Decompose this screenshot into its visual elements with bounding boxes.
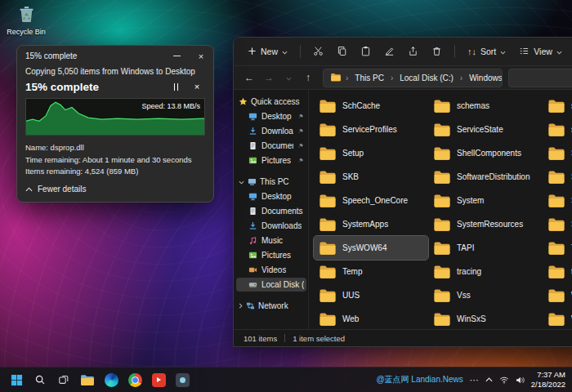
folder-item[interactable]: WinSxS [428,307,543,329]
recent-locations-button[interactable] [279,69,297,87]
chevron-down-icon [286,72,292,83]
folder-item[interactable]: ShellComponents [428,141,543,165]
sidebar-item-desktop[interactable]: Desktop [236,109,306,123]
search-input[interactable] [508,69,572,87]
folder-item[interactable]: twain_32 [543,260,572,283]
breadcrumb-item[interactable]: Windows [467,73,503,83]
folder-item[interactable]: UUS [314,283,428,307]
folder-item[interactable]: SysWOW64 [314,236,428,260]
share-button[interactable] [402,42,424,62]
dialog-title: 15% complete [25,51,77,60]
file-explorer-icon [80,374,95,386]
folder-icon [433,99,451,114]
clock[interactable]: 7:37 AM 2/18/2022 [531,370,565,390]
folder-item[interactable]: SchCache [314,94,428,118]
breadcrumb-item[interactable]: This PC [352,73,387,83]
tray-ellipsis-icon[interactable]: ⋯ [470,375,479,385]
folder-item[interactable]: Vss [428,283,543,307]
sidebar-item-music[interactable]: Music [236,234,306,247]
forward-button[interactable]: → [260,69,278,87]
folder-item[interactable]: TAPI [428,236,543,260]
folder-item[interactable]: ShellExperiences [543,141,572,165]
paste-button[interactable] [355,42,377,62]
folder-icon [319,241,337,256]
speed-readout: Speed: 13.8 MB/s [141,102,200,110]
folder-item[interactable]: System [428,189,543,212]
search-button[interactable] [30,370,50,390]
address-bar[interactable]: ›This PC›Local Disk (C:)›Windows [323,69,503,87]
copy-button[interactable] [331,42,353,62]
app-taskbar-button[interactable] [172,370,192,390]
folder-item[interactable]: Web [314,307,428,329]
close-button[interactable]: × [189,46,213,66]
folder-item[interactable]: ServiceProfiles [314,118,428,141]
folder-label: SysWOW64 [342,243,387,252]
sidebar-item-documents[interactable]: Documents [236,139,306,153]
sidebar-item-pictures[interactable]: Pictures [236,248,306,262]
minimize-button[interactable] [164,46,189,66]
folder-item[interactable]: Speech [543,165,572,189]
folder-item[interactable]: ServiceState [428,118,543,141]
edge-taskbar-button[interactable] [101,370,121,390]
folder-item[interactable]: SystemResources [428,212,543,236]
folder-item[interactable]: servicing [543,118,572,141]
copy-description: Copying 5,050 items from Windows to Desk… [25,67,205,76]
sort-button[interactable]: ↑↓ Sort [462,42,512,60]
folder-item[interactable]: Setup [314,141,428,165]
task-view-button[interactable] [54,370,74,390]
file-explorer-window: New ↑↓ Sort View ⋯ ← → ↑ ›This [233,37,572,347]
folder-icon [547,170,565,185]
volume-icon[interactable] [516,376,525,384]
chevron-right-icon [239,301,243,310]
task-view-icon [58,374,69,385]
browser-taskbar-button[interactable] [125,370,145,390]
network-header[interactable]: Network [236,299,306,313]
view-button[interactable]: View [513,42,568,62]
folder-item[interactable]: SKB [314,165,428,189]
folder-item[interactable]: System32 [543,189,572,212]
new-button[interactable]: New [242,42,293,61]
sidebar-item-documents[interactable]: Documents [236,204,306,218]
folder-item[interactable]: SystemTemp [543,212,572,236]
cancel-button[interactable]: × [189,80,205,93]
folder-item[interactable]: Tasks [543,236,572,260]
media-app-taskbar-button[interactable] [149,370,168,390]
recycle-bin[interactable]: Recycle Bin [2,4,50,36]
sidebar-item-downloads[interactable]: Downloads [236,219,306,233]
breadcrumb-item[interactable]: Local Disk (C:) [397,73,456,83]
file-explorer-taskbar-button[interactable] [78,370,97,390]
wifi-icon[interactable] [499,376,509,384]
start-button[interactable] [7,370,26,390]
folder-label: WinSxS [457,314,486,323]
folder-item[interactable]: WaaS [543,283,572,307]
sidebar-item-local-disk-c-[interactable]: Local Disk (C:) [236,278,306,292]
sidebar-item-downloads[interactable]: Downloads [236,124,306,138]
folder-item[interactable]: schemas [428,94,543,118]
up-button[interactable]: ↑ [299,69,317,87]
tray-watermark-link[interactable]: @蓝点网 Landian.News [376,374,463,385]
folder-item[interactable]: tracing [428,260,543,283]
folder-item[interactable]: SoftwareDistribution [428,165,543,189]
this-pc-header[interactable]: This PC [236,175,306,189]
folder-item[interactable]: SystemApps [314,212,428,236]
folder-item[interactable]: Temp [314,260,428,283]
back-button[interactable]: ← [240,69,258,87]
sidebar-item-videos[interactable]: Videos [236,263,306,277]
pause-button[interactable] [168,80,184,93]
details-toggle[interactable]: Fewer details [25,185,86,194]
sidebar-item-pictures[interactable]: Pictures [236,154,306,167]
folder-item[interactable]: security [543,94,572,118]
folder-item[interactable]: Speech_OneCore [314,189,428,212]
folder-icon [319,146,337,161]
sidebar-item-label: Pictures [261,251,291,260]
cut-button[interactable] [307,42,329,62]
sort-arrows-icon: ↑↓ [467,47,476,56]
sidebar-item-desktop[interactable]: Desktop [236,189,306,203]
rename-button[interactable] [378,42,400,62]
folder-item[interactable]: WUModels [543,307,572,329]
quick-access-header[interactable]: Quick access [236,95,306,109]
delete-button[interactable] [426,42,448,62]
tray-chevron-up-icon[interactable] [485,377,493,382]
folder-icon [319,217,337,232]
explorer-body: Quick access DesktopDownloadsDocumentsPi… [234,90,572,329]
